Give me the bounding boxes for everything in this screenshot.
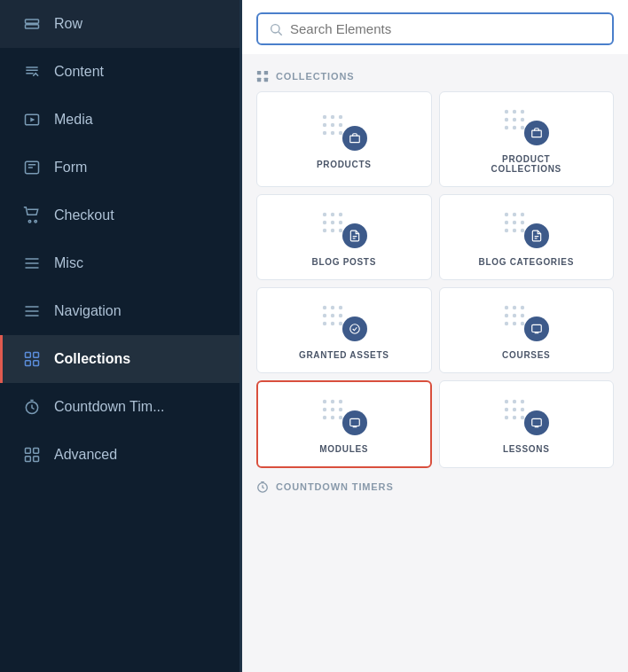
media-icon	[22, 110, 42, 129]
form-icon	[22, 158, 42, 177]
main-panel: COLLECTIONS PRO	[242, 0, 628, 672]
courses-icon-cluster	[503, 304, 549, 341]
sidebar-item-navigation[interactable]: Navigation	[0, 287, 239, 335]
sidebar-item-countdown[interactable]: Countdown Tim...	[0, 383, 239, 431]
svg-point-29	[331, 114, 334, 118]
row-icon	[22, 14, 42, 34]
svg-rect-18	[26, 449, 31, 454]
svg-point-58	[513, 213, 516, 216]
svg-point-61	[513, 221, 516, 224]
sidebar-item-label: Navigation	[54, 303, 122, 319]
svg-point-35	[331, 130, 334, 134]
sidebar-item-advanced[interactable]: Advanced	[0, 431, 239, 479]
svg-rect-14	[34, 353, 39, 358]
svg-point-64	[513, 229, 516, 232]
blog-posts-center-icon	[342, 223, 367, 248]
svg-rect-20	[26, 457, 31, 462]
sidebar-item-label: Collections	[54, 351, 130, 367]
search-input[interactable]	[290, 21, 601, 36]
svg-point-107	[521, 408, 524, 411]
element-card-granted-assets[interactable]: GRANTED ASSETS	[256, 287, 432, 373]
svg-point-73	[339, 314, 342, 317]
svg-point-77	[350, 324, 360, 334]
products-label: PRODUCTS	[317, 160, 372, 169]
sidebar-item-content[interactable]: Content	[0, 48, 239, 96]
element-card-courses[interactable]: COURSES	[439, 287, 615, 373]
modules-center-icon	[342, 410, 367, 435]
svg-point-83	[521, 314, 524, 317]
svg-rect-24	[257, 71, 261, 74]
modules-icon-cluster	[321, 398, 367, 435]
svg-point-98	[339, 416, 342, 419]
sidebar-item-label: Advanced	[54, 447, 117, 463]
element-card-lessons[interactable]: LESSONS	[439, 380, 615, 468]
svg-rect-25	[264, 71, 268, 74]
sidebar-item-misc[interactable]: Misc	[0, 239, 239, 287]
sidebar-item-label: Row	[54, 16, 82, 32]
svg-point-90	[323, 400, 326, 403]
advanced-icon	[22, 445, 42, 465]
svg-rect-21	[34, 457, 39, 462]
svg-point-75	[331, 322, 334, 325]
modules-label: MODULES	[319, 444, 368, 454]
sidebar-item-collections[interactable]: Collections	[0, 335, 239, 383]
svg-point-109	[513, 416, 516, 419]
svg-point-40	[505, 118, 508, 121]
sidebar-item-media[interactable]: Media	[0, 96, 239, 144]
svg-point-39	[521, 110, 524, 113]
sidebar-item-label: Media	[54, 112, 93, 128]
element-card-products[interactable]: PRODUCTS	[256, 91, 432, 187]
svg-point-72	[331, 314, 334, 317]
svg-point-31	[323, 122, 326, 126]
svg-point-28	[323, 114, 326, 118]
svg-rect-13	[26, 353, 31, 358]
collections-section-header: COLLECTIONS	[256, 70, 614, 82]
svg-point-6	[35, 220, 37, 223]
svg-point-50	[331, 221, 334, 224]
svg-point-81	[505, 314, 508, 317]
element-card-modules[interactable]: MODULES	[256, 380, 432, 468]
sidebar-item-label: Content	[54, 64, 104, 80]
navigation-icon	[22, 301, 42, 321]
svg-point-76	[339, 322, 342, 325]
element-card-product-collections[interactable]: PRODUCT COLLECTIONS	[439, 91, 615, 187]
content-scroll-area: COLLECTIONS PRO	[242, 54, 628, 672]
sidebar-item-form[interactable]: Form	[0, 144, 239, 191]
sidebar-item-label: Form	[54, 160, 87, 176]
element-card-blog-posts[interactable]: BLOG POSTS	[256, 194, 432, 280]
granted-assets-label: GRANTED ASSETS	[299, 350, 389, 360]
sidebar-item-checkout[interactable]: Checkout	[0, 191, 239, 239]
sidebar-item-row[interactable]: Row	[0, 0, 239, 48]
svg-rect-27	[264, 78, 268, 82]
lessons-label: LESSONS	[503, 444, 550, 454]
misc-icon	[22, 254, 42, 273]
svg-point-102	[505, 400, 508, 403]
blog-categories-icon-cluster	[503, 211, 549, 248]
checkout-icon	[22, 206, 42, 225]
svg-point-92	[339, 400, 342, 403]
svg-rect-111	[532, 418, 542, 426]
svg-point-46	[323, 213, 326, 216]
countdown-section-icon	[256, 481, 269, 493]
svg-point-80	[521, 306, 524, 309]
svg-point-104	[521, 400, 524, 403]
svg-point-22	[271, 24, 279, 32]
element-card-blog-categories[interactable]: BLOG CATEGORIES	[439, 194, 615, 280]
svg-rect-1	[26, 25, 39, 28]
svg-point-36	[339, 130, 342, 134]
search-bar	[256, 12, 614, 45]
svg-point-95	[339, 408, 342, 411]
granted-assets-center-icon	[342, 316, 367, 341]
products-center-icon	[342, 126, 367, 151]
svg-point-108	[505, 416, 508, 419]
blog-posts-icon-cluster	[321, 211, 367, 248]
svg-point-91	[331, 400, 334, 403]
svg-point-79	[513, 306, 516, 309]
svg-point-43	[505, 126, 508, 129]
svg-point-52	[323, 229, 326, 232]
svg-point-105	[505, 408, 508, 411]
svg-rect-87	[532, 324, 542, 332]
svg-point-62	[521, 221, 524, 224]
svg-point-103	[513, 400, 516, 403]
svg-rect-26	[257, 78, 261, 82]
